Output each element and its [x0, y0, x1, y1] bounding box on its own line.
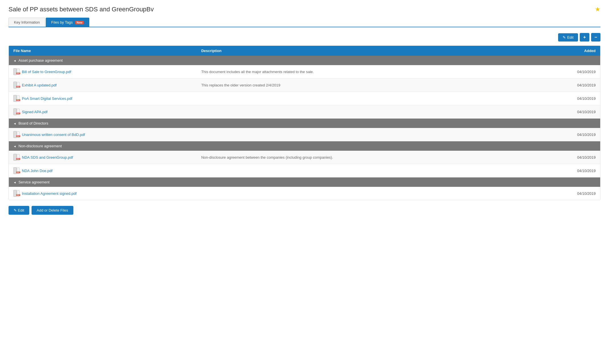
- favorite-star-icon[interactable]: ★: [595, 6, 600, 13]
- collapse-icon: [13, 121, 16, 125]
- file-link[interactable]: Installation Agreement signed.pdf: [22, 191, 76, 196]
- page-title: Sale of PP assets between SDS and GreenG…: [9, 6, 154, 13]
- pdf-icon: PDF: [13, 95, 20, 102]
- pdf-icon: PDF: [13, 68, 20, 75]
- page-header: Sale of PP assets between SDS and GreenG…: [9, 6, 600, 13]
- pdf-icon: PDF: [13, 108, 20, 115]
- plus-icon: +: [583, 35, 586, 40]
- file-date: 04/10/2019: [483, 70, 596, 74]
- col-added: Added: [483, 49, 596, 53]
- file-name-cell: PDF PoA Smart Digital Services.pdf: [13, 95, 201, 102]
- add-delete-files-button[interactable]: Add or Delete Files: [32, 206, 73, 215]
- file-name-cell: PDF NDA SDS and GreenGroup.pdf: [13, 154, 201, 161]
- add-button[interactable]: +: [580, 33, 589, 42]
- bottom-edit-button[interactable]: ✎ Edit: [9, 206, 29, 215]
- table-body: Asset purchase agreement PDF Bill of Sal…: [9, 56, 600, 200]
- file-date: 04/10/2019: [483, 169, 596, 173]
- file-date: 04/10/2019: [483, 191, 596, 196]
- table-row: PDF NDA SDS and GreenGroup.pdf Non-discl…: [9, 151, 600, 164]
- file-description: This replaces the older version created …: [201, 83, 483, 87]
- table-row: PDF NDA John Doe.pdf 04/10/2019: [9, 164, 600, 177]
- edit-button[interactable]: Edit: [558, 33, 578, 42]
- group-header-2[interactable]: Non-disclosure agreement: [9, 141, 600, 151]
- group-name: Service agreement: [18, 180, 49, 184]
- group-name: Asset purchase agreement: [18, 58, 63, 63]
- top-toolbar: Edit + −: [9, 33, 600, 42]
- file-link[interactable]: Exhibit A updated.pdf: [22, 83, 57, 87]
- files-table: File Name Description Added Asset purcha…: [9, 46, 600, 200]
- file-date: 04/10/2019: [483, 133, 596, 137]
- remove-button[interactable]: −: [591, 33, 600, 42]
- tab-key-information[interactable]: Key Information: [9, 18, 45, 27]
- collapse-icon: [13, 144, 16, 148]
- collapse-icon: [13, 180, 16, 184]
- file-name-cell: PDF Unanimous written consent of BdD.pdf: [13, 131, 201, 138]
- col-file-name: File Name: [13, 49, 201, 53]
- collapse-icon: [13, 58, 16, 63]
- tab-new-badge: New: [75, 21, 84, 24]
- bottom-toolbar: ✎ Edit Add or Delete Files: [9, 206, 600, 215]
- group-header-0[interactable]: Asset purchase agreement: [9, 56, 600, 65]
- group-name: Non-disclosure agreement: [18, 144, 62, 148]
- pdf-icon: PDF: [13, 167, 20, 174]
- file-name-cell: PDF Signed APA.pdf: [13, 108, 201, 115]
- page-wrapper: Sale of PP assets between SDS and GreenG…: [0, 0, 609, 364]
- group-header-3[interactable]: Service agreement: [9, 177, 600, 187]
- table-row: PDF Signed APA.pdf 04/10/2019: [9, 105, 600, 119]
- file-link[interactable]: Signed APA.pdf: [22, 110, 47, 114]
- pencil-icon: [563, 35, 566, 40]
- table-row: PDF Exhibit A updated.pdf This replaces …: [9, 78, 600, 92]
- file-name-cell: PDF Installation Agreement signed.pdf: [13, 190, 201, 197]
- file-link[interactable]: NDA SDS and GreenGroup.pdf: [22, 155, 73, 160]
- file-link[interactable]: NDA John Doe.pdf: [22, 169, 53, 173]
- pdf-icon: PDF: [13, 154, 20, 161]
- table-row: PDF Bill of Sale to GreenGroup.pdf This …: [9, 65, 600, 78]
- pdf-icon: PDF: [13, 131, 20, 138]
- file-description: This document includes all the major att…: [201, 70, 483, 74]
- file-date: 04/10/2019: [483, 83, 596, 87]
- bottom-pencil-icon: ✎: [14, 208, 18, 212]
- table-row: PDF PoA Smart Digital Services.pdf 04/10…: [9, 92, 600, 105]
- file-date: 04/10/2019: [483, 96, 596, 101]
- file-name-cell: PDF NDA John Doe.pdf: [13, 167, 201, 174]
- minus-icon: −: [594, 35, 597, 40]
- tabs-bar: Key Information Files by Tags New: [9, 18, 600, 27]
- file-description: Non-disclosure agreement between the com…: [201, 155, 483, 160]
- pdf-icon: PDF: [13, 190, 20, 197]
- pdf-icon: PDF: [13, 81, 20, 89]
- table-row: PDF Installation Agreement signed.pdf 04…: [9, 187, 600, 200]
- file-link[interactable]: PoA Smart Digital Services.pdf: [22, 96, 72, 101]
- group-name: Board of Directors: [18, 121, 48, 125]
- col-description: Description: [201, 49, 483, 53]
- table-header: File Name Description Added: [9, 46, 600, 56]
- file-date: 04/10/2019: [483, 110, 596, 114]
- file-link[interactable]: Unanimous written consent of BdD.pdf: [22, 133, 85, 137]
- table-row: PDF Unanimous written consent of BdD.pdf…: [9, 128, 600, 141]
- group-header-1[interactable]: Board of Directors: [9, 119, 600, 128]
- file-name-cell: PDF Exhibit A updated.pdf: [13, 81, 201, 89]
- file-name-cell: PDF Bill of Sale to GreenGroup.pdf: [13, 68, 201, 75]
- file-date: 04/10/2019: [483, 155, 596, 160]
- file-link[interactable]: Bill of Sale to GreenGroup.pdf: [22, 70, 71, 74]
- tab-files-by-tags[interactable]: Files by Tags New: [46, 18, 89, 27]
